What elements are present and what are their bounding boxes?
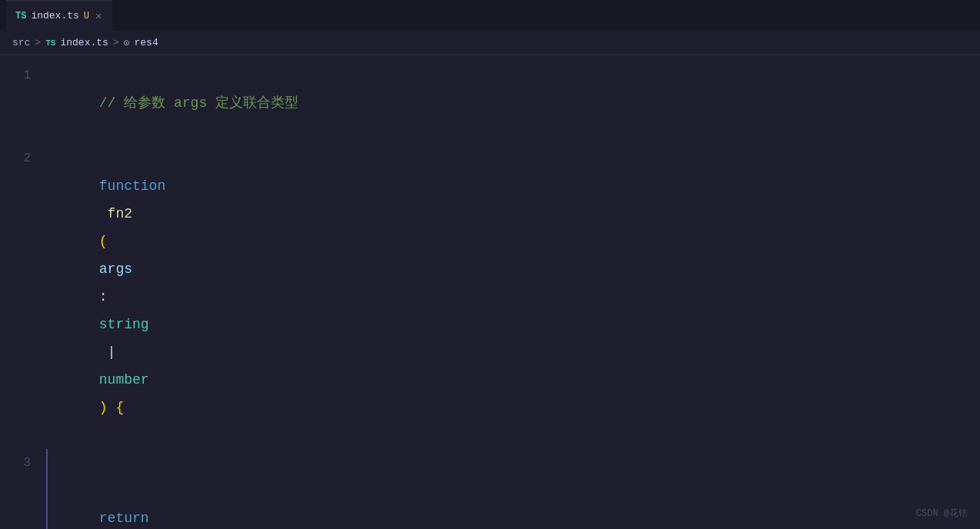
- pipe: |: [99, 344, 124, 360]
- breadcrumb: src > TS index.ts > ⊙ res4: [0, 31, 980, 55]
- scope-bar: [46, 449, 48, 529]
- watermark: CSDN @花锫: [916, 507, 968, 520]
- breadcrumb-ts-icon: TS: [45, 38, 55, 48]
- line-content-1: // 给参数 args 定义联合类型: [46, 62, 980, 145]
- kw-return: return: [99, 511, 149, 526]
- line-num-1: 1: [0, 62, 46, 89]
- type-number: number: [99, 372, 149, 388]
- breadcrumb-file: index.ts: [60, 37, 108, 48]
- code-line-2: 2 function fn2 ( args : string | number …: [0, 145, 980, 449]
- paren-close-brace: ) {: [99, 400, 124, 415]
- code-editor[interactable]: 1 // 给参数 args 定义联合类型 2 function fn2 ( ar…: [0, 55, 980, 529]
- tab-close-button[interactable]: ✕: [94, 8, 103, 24]
- tab-modified-badge: U: [84, 11, 89, 22]
- line-num-2: 2: [0, 145, 46, 172]
- tab-bar: TS index.ts U ✕: [0, 0, 980, 31]
- breadcrumb-sym-icon: ⊙: [124, 37, 130, 49]
- breadcrumb-sep1: >: [35, 37, 41, 48]
- param-args: args: [99, 261, 132, 277]
- line-content-3: return args: [46, 449, 980, 529]
- paren-open: (: [99, 234, 108, 249]
- comment-1: // 给参数 args 定义联合类型: [99, 95, 298, 111]
- kw-function: function: [99, 178, 165, 194]
- breadcrumb-src: src: [12, 37, 30, 48]
- tab-filename: index.ts: [31, 10, 78, 22]
- colon: :: [99, 289, 116, 304]
- breadcrumb-sep2: >: [113, 37, 119, 48]
- type-string: string: [99, 317, 149, 332]
- fn-name: fn2: [99, 206, 141, 221]
- line-num-3: 3: [0, 449, 46, 477]
- tab-index-ts[interactable]: TS index.ts U ✕: [6, 0, 112, 31]
- breadcrumb-symbol: res4: [134, 37, 158, 48]
- code-line-3: 3 return args: [0, 449, 980, 529]
- ts-icon: TS: [15, 11, 26, 22]
- code-line-1: 1 // 给参数 args 定义联合类型: [0, 62, 980, 145]
- line-content-2: function fn2 ( args : string | number ) …: [46, 145, 980, 449]
